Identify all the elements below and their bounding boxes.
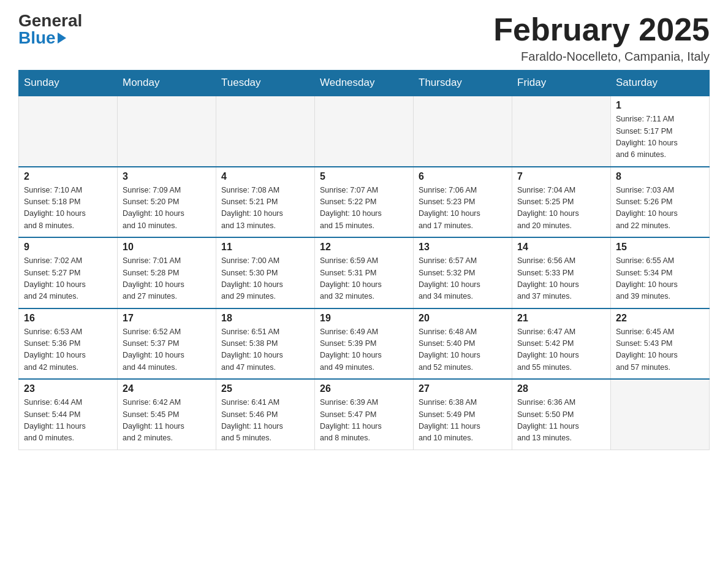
day-info: Sunrise: 7:02 AM Sunset: 5:27 PM Dayligh… <box>24 255 112 303</box>
day-info: Sunrise: 6:51 AM Sunset: 5:38 PM Dayligh… <box>221 326 309 374</box>
title-area: February 2025 Faraldo-Nocelleto, Campani… <box>493 12 710 64</box>
calendar-cell: 23Sunrise: 6:44 AM Sunset: 5:44 PM Dayli… <box>19 379 118 450</box>
weekday-header-friday: Friday <box>512 71 611 96</box>
day-number: 17 <box>123 313 211 324</box>
calendar-cell: 19Sunrise: 6:49 AM Sunset: 5:39 PM Dayli… <box>315 308 414 380</box>
weekday-header-wednesday: Wednesday <box>315 71 414 96</box>
day-number: 28 <box>517 383 605 394</box>
day-info: Sunrise: 6:45 AM Sunset: 5:43 PM Dayligh… <box>616 326 704 374</box>
day-info: Sunrise: 6:47 AM Sunset: 5:42 PM Dayligh… <box>517 326 605 374</box>
calendar-cell: 3Sunrise: 7:09 AM Sunset: 5:20 PM Daylig… <box>118 167 216 238</box>
calendar-cell: 28Sunrise: 6:36 AM Sunset: 5:50 PM Dayli… <box>512 379 611 450</box>
calendar-cell <box>414 96 512 167</box>
day-number: 8 <box>616 171 704 182</box>
day-number: 23 <box>24 383 112 394</box>
day-number: 19 <box>320 313 408 324</box>
day-number: 21 <box>517 313 605 324</box>
day-number: 22 <box>616 313 704 324</box>
day-number: 10 <box>123 242 211 253</box>
month-title: February 2025 <box>493 12 710 47</box>
day-number: 2 <box>24 171 112 182</box>
day-number: 24 <box>123 383 211 394</box>
calendar-cell: 20Sunrise: 6:48 AM Sunset: 5:40 PM Dayli… <box>414 308 512 380</box>
day-info: Sunrise: 6:57 AM Sunset: 5:32 PM Dayligh… <box>419 255 507 303</box>
calendar-cell: 21Sunrise: 6:47 AM Sunset: 5:42 PM Dayli… <box>512 308 611 380</box>
logo-blue-text: Blue <box>18 29 56 47</box>
day-info: Sunrise: 7:07 AM Sunset: 5:22 PM Dayligh… <box>320 185 408 232</box>
calendar-week-0: 1Sunrise: 7:11 AM Sunset: 5:17 PM Daylig… <box>19 96 710 167</box>
calendar-cell: 11Sunrise: 7:00 AM Sunset: 5:30 PM Dayli… <box>216 237 315 308</box>
calendar-cell <box>19 96 118 167</box>
logo: General Blue <box>18 12 82 47</box>
day-number: 9 <box>24 242 112 253</box>
day-number: 15 <box>616 242 704 253</box>
day-number: 18 <box>221 313 309 324</box>
calendar-week-2: 9Sunrise: 7:02 AM Sunset: 5:27 PM Daylig… <box>19 237 710 308</box>
logo-text: General Blue <box>18 12 82 47</box>
day-number: 16 <box>24 313 112 324</box>
day-info: Sunrise: 7:09 AM Sunset: 5:20 PM Dayligh… <box>123 185 211 232</box>
logo-line1: General <box>18 12 82 29</box>
calendar-cell <box>118 96 216 167</box>
day-info: Sunrise: 7:08 AM Sunset: 5:21 PM Dayligh… <box>221 185 309 232</box>
calendar-cell: 16Sunrise: 6:53 AM Sunset: 5:36 PM Dayli… <box>19 308 118 380</box>
day-info: Sunrise: 6:59 AM Sunset: 5:31 PM Dayligh… <box>320 255 408 303</box>
calendar-header: SundayMondayTuesdayWednesdayThursdayFrid… <box>19 71 710 96</box>
weekday-header-monday: Monday <box>118 71 216 96</box>
calendar-cell: 15Sunrise: 6:55 AM Sunset: 5:34 PM Dayli… <box>611 237 710 308</box>
weekday-header-thursday: Thursday <box>414 71 512 96</box>
calendar-cell: 22Sunrise: 6:45 AM Sunset: 5:43 PM Dayli… <box>611 308 710 380</box>
day-info: Sunrise: 6:38 AM Sunset: 5:49 PM Dayligh… <box>419 397 507 445</box>
calendar-cell <box>611 379 710 450</box>
calendar-cell: 8Sunrise: 7:03 AM Sunset: 5:26 PM Daylig… <box>611 167 710 238</box>
day-number: 26 <box>320 383 408 394</box>
day-number: 6 <box>419 171 507 182</box>
calendar-cell: 9Sunrise: 7:02 AM Sunset: 5:27 PM Daylig… <box>19 237 118 308</box>
day-number: 5 <box>320 171 408 182</box>
day-info: Sunrise: 6:56 AM Sunset: 5:33 PM Dayligh… <box>517 255 605 303</box>
calendar-cell: 6Sunrise: 7:06 AM Sunset: 5:23 PM Daylig… <box>414 167 512 238</box>
calendar-cell: 13Sunrise: 6:57 AM Sunset: 5:32 PM Dayli… <box>414 237 512 308</box>
calendar-body: 1Sunrise: 7:11 AM Sunset: 5:17 PM Daylig… <box>19 96 710 450</box>
day-info: Sunrise: 6:53 AM Sunset: 5:36 PM Dayligh… <box>24 326 112 374</box>
calendar-cell: 17Sunrise: 6:52 AM Sunset: 5:37 PM Dayli… <box>118 308 216 380</box>
calendar-cell: 5Sunrise: 7:07 AM Sunset: 5:22 PM Daylig… <box>315 167 414 238</box>
calendar-cell: 12Sunrise: 6:59 AM Sunset: 5:31 PM Dayli… <box>315 237 414 308</box>
calendar-cell: 14Sunrise: 6:56 AM Sunset: 5:33 PM Dayli… <box>512 237 611 308</box>
day-info: Sunrise: 6:55 AM Sunset: 5:34 PM Dayligh… <box>616 255 704 303</box>
day-number: 25 <box>221 383 309 394</box>
calendar-week-4: 23Sunrise: 6:44 AM Sunset: 5:44 PM Dayli… <box>19 379 710 450</box>
logo-arrow-icon <box>58 33 66 44</box>
calendar-cell <box>315 96 414 167</box>
day-info: Sunrise: 7:06 AM Sunset: 5:23 PM Dayligh… <box>419 185 507 232</box>
day-number: 20 <box>419 313 507 324</box>
calendar-cell: 26Sunrise: 6:39 AM Sunset: 5:47 PM Dayli… <box>315 379 414 450</box>
calendar-cell: 24Sunrise: 6:42 AM Sunset: 5:45 PM Dayli… <box>118 379 216 450</box>
day-info: Sunrise: 6:36 AM Sunset: 5:50 PM Dayligh… <box>517 397 605 445</box>
day-info: Sunrise: 6:48 AM Sunset: 5:40 PM Dayligh… <box>419 326 507 374</box>
logo-line2: Blue <box>18 29 82 47</box>
day-info: Sunrise: 7:01 AM Sunset: 5:28 PM Dayligh… <box>123 255 211 303</box>
day-number: 3 <box>123 171 211 182</box>
day-info: Sunrise: 7:11 AM Sunset: 5:17 PM Dayligh… <box>616 113 704 161</box>
day-info: Sunrise: 7:03 AM Sunset: 5:26 PM Dayligh… <box>616 185 704 232</box>
day-info: Sunrise: 7:10 AM Sunset: 5:18 PM Dayligh… <box>24 185 112 232</box>
day-info: Sunrise: 7:00 AM Sunset: 5:30 PM Dayligh… <box>221 255 309 303</box>
calendar-week-1: 2Sunrise: 7:10 AM Sunset: 5:18 PM Daylig… <box>19 167 710 238</box>
day-number: 12 <box>320 242 408 253</box>
page-header: General Blue February 2025 Faraldo-Nocel… <box>18 12 710 64</box>
weekday-header-tuesday: Tuesday <box>216 71 315 96</box>
calendar-cell: 2Sunrise: 7:10 AM Sunset: 5:18 PM Daylig… <box>19 167 118 238</box>
calendar-cell: 18Sunrise: 6:51 AM Sunset: 5:38 PM Dayli… <box>216 308 315 380</box>
weekday-row: SundayMondayTuesdayWednesdayThursdayFrid… <box>19 71 710 96</box>
calendar-cell: 7Sunrise: 7:04 AM Sunset: 5:25 PM Daylig… <box>512 167 611 238</box>
calendar-cell: 1Sunrise: 7:11 AM Sunset: 5:17 PM Daylig… <box>611 96 710 167</box>
day-info: Sunrise: 6:39 AM Sunset: 5:47 PM Dayligh… <box>320 397 408 445</box>
calendar-cell <box>512 96 611 167</box>
day-info: Sunrise: 6:52 AM Sunset: 5:37 PM Dayligh… <box>123 326 211 374</box>
calendar-cell <box>216 96 315 167</box>
day-info: Sunrise: 6:42 AM Sunset: 5:45 PM Dayligh… <box>123 397 211 445</box>
calendar-cell: 25Sunrise: 6:41 AM Sunset: 5:46 PM Dayli… <box>216 379 315 450</box>
day-number: 27 <box>419 383 507 394</box>
day-info: Sunrise: 6:44 AM Sunset: 5:44 PM Dayligh… <box>24 397 112 445</box>
